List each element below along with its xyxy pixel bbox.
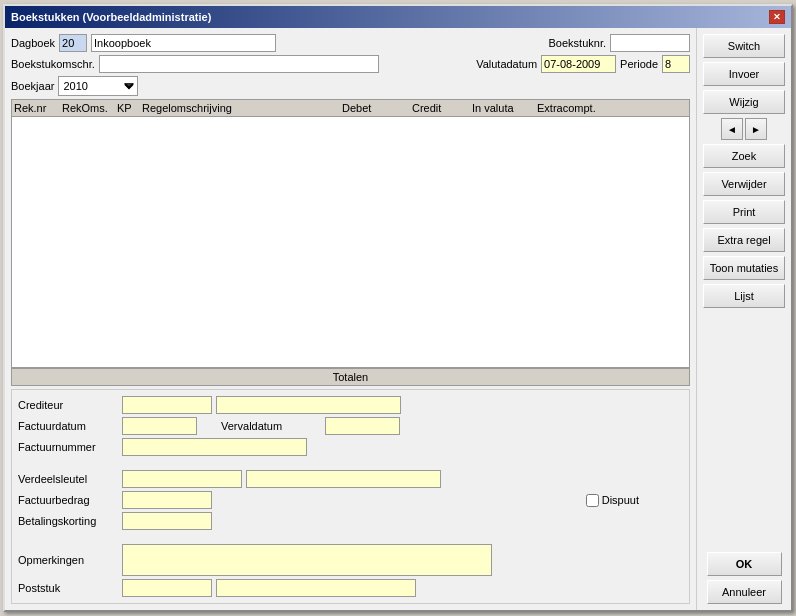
boekstuknr-field[interactable] <box>610 34 690 52</box>
poststuk-field1[interactable] <box>122 579 212 597</box>
factuurdatum-label: Factuurdatum <box>18 420 118 432</box>
grid-section: Rek.nr RekOms. KP Regelomschrijving Debe… <box>11 99 690 386</box>
factuurdatum-row: Factuurdatum Vervaldatum <box>18 417 683 435</box>
boekjaar-label: Boekjaar <box>11 80 54 92</box>
lijst-button[interactable]: Lijst <box>703 284 785 308</box>
dagboek-label: Dagboek <box>11 37 55 49</box>
betalingskorting-row: Betalingskorting <box>18 512 683 530</box>
poststuk-field2[interactable] <box>216 579 416 597</box>
nav-row: ◄ ► <box>703 118 785 140</box>
factuurbedrag-label: Factuurbedrag <box>18 494 118 506</box>
boekstukomschr-field[interactable] <box>99 55 379 73</box>
crediteur-row: Crediteur <box>18 396 683 414</box>
annuleer-button[interactable]: Annuleer <box>707 580 782 604</box>
zoek-button[interactable]: Zoek <box>703 144 785 168</box>
col-kp: KP <box>117 102 142 114</box>
main-window: Boekstukken (Voorbeeldadministratie) ✕ D… <box>3 4 793 612</box>
col-invaluta: In valuta <box>472 102 537 114</box>
dagboek-num-field[interactable] <box>59 34 87 52</box>
switch-button[interactable]: Switch <box>703 34 785 58</box>
window-body: Dagboek Boekstuknr. Boekstukomschr. Valu… <box>5 28 791 610</box>
dagboek-name-field[interactable] <box>91 34 276 52</box>
factuurbedrag-row: Factuurbedrag Dispuut <box>18 491 683 509</box>
valutadatum-label: Valutadatum <box>476 58 537 70</box>
betalingskorting-field[interactable] <box>122 512 212 530</box>
betalingskorting-label: Betalingskorting <box>18 515 118 527</box>
periode-label: Periode <box>620 58 658 70</box>
col-reknr: Rek.nr <box>14 102 62 114</box>
col-credit: Credit <box>412 102 472 114</box>
ok-button[interactable]: OK <box>707 552 782 576</box>
boekjaar-select[interactable]: 2010 2009 2008 <box>58 76 138 96</box>
main-area: Dagboek Boekstuknr. Boekstukomschr. Valu… <box>5 28 696 610</box>
crediteur-field1[interactable] <box>122 396 212 414</box>
grid-header: Rek.nr RekOms. KP Regelomschrijving Debe… <box>11 99 690 117</box>
boekstuknr-label: Boekstuknr. <box>549 37 606 49</box>
boekstukomschr-label: Boekstukomschr. <box>11 58 95 70</box>
extra-regel-button[interactable]: Extra regel <box>703 228 785 252</box>
verdeelsleutel-label: Verdeelsleutel <box>18 473 118 485</box>
crediteur-field2[interactable] <box>216 396 401 414</box>
dispuut-checkbox[interactable] <box>586 494 599 507</box>
invoer-button[interactable]: Invoer <box>703 62 785 86</box>
factuurnummer-row: Factuurnummer <box>18 438 683 456</box>
factuurnummer-label: Factuurnummer <box>18 441 118 453</box>
boekjaar-row: Boekjaar 2010 2009 2008 <box>11 76 690 96</box>
verdeelsleutel-row: Verdeelsleutel <box>18 470 683 488</box>
vervaldatum-field[interactable] <box>325 417 400 435</box>
dagboek-row: Dagboek Boekstuknr. <box>11 34 690 52</box>
opmerkingen-label: Opmerkingen <box>18 554 118 566</box>
window-title: Boekstukken (Voorbeeldadministratie) <box>11 11 211 23</box>
factuurbedrag-field[interactable] <box>122 491 212 509</box>
totalen-label: Totalen <box>333 371 368 383</box>
verwijder-button[interactable]: Verwijder <box>703 172 785 196</box>
poststuk-label: Poststuk <box>18 582 118 594</box>
close-button[interactable]: ✕ <box>769 10 785 24</box>
factuurnummer-field[interactable] <box>122 438 307 456</box>
col-extracompt: Extracompt. <box>537 102 612 114</box>
dispuut-container: Dispuut <box>586 494 639 507</box>
crediteur-label: Crediteur <box>18 399 118 411</box>
toon-mutaties-button[interactable]: Toon mutaties <box>703 256 785 280</box>
title-bar: Boekstukken (Voorbeeldadministratie) ✕ <box>5 6 791 28</box>
vervaldatum-label: Vervaldatum <box>221 420 321 432</box>
bottom-buttons: OK Annuleer <box>703 552 785 604</box>
col-debet: Debet <box>342 102 412 114</box>
verdeelsleutel-field1[interactable] <box>122 470 242 488</box>
grid-body[interactable] <box>11 117 690 368</box>
nav-prev-button[interactable]: ◄ <box>721 118 743 140</box>
nav-next-button[interactable]: ► <box>745 118 767 140</box>
periode-field[interactable] <box>662 55 690 73</box>
valutadatum-field[interactable] <box>541 55 616 73</box>
opmerkingen-row: Opmerkingen <box>18 544 683 576</box>
boekstukomschr-row: Boekstukomschr. Valutadatum Periode <box>11 55 690 73</box>
opmerkingen-field[interactable] <box>122 544 492 576</box>
wijzig-button[interactable]: Wijzig <box>703 90 785 114</box>
poststuk-row: Poststuk <box>18 579 683 597</box>
bottom-section: Crediteur Factuurdatum Vervaldatum Factu… <box>11 389 690 604</box>
dispuut-label: Dispuut <box>602 494 639 506</box>
verdeelsleutel-field2[interactable] <box>246 470 441 488</box>
col-rekoms: RekOms. <box>62 102 117 114</box>
factuurdatum-field[interactable] <box>122 417 197 435</box>
sidebar: Switch Invoer Wijzig ◄ ► Zoek Verwijder … <box>696 28 791 610</box>
totalen-bar: Totalen <box>11 368 690 386</box>
col-regelomschr: Regelomschrijving <box>142 102 342 114</box>
print-button[interactable]: Print <box>703 200 785 224</box>
